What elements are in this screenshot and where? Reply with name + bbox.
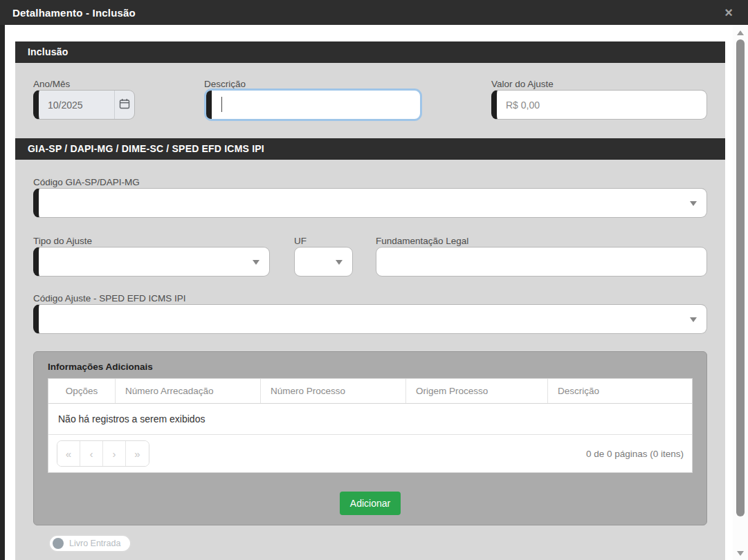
livro-entrada-label: Livro Entrada (69, 539, 120, 548)
modal-content: Inclusão Ano/Mês (15, 41, 725, 560)
scroll-up-icon[interactable] (737, 30, 744, 35)
prev-page-icon: ‹ (90, 448, 93, 460)
section-header-inclusao: Inclusão (15, 41, 725, 63)
codigo-gia-select[interactable] (33, 188, 707, 218)
column-header-numero-arrecadacao: Número Arrecadação (116, 379, 261, 403)
modal-header: Detalhamento - Inclusão × (0, 0, 748, 25)
ano-mes-input[interactable] (39, 91, 114, 119)
section-header-gia: GIA-SP / DAPI-MG / DIME-SC / SPED EFD IC… (15, 138, 725, 160)
field-group-codigo-sped: Código Ajuste - SPED EFD ICMS IPI (33, 293, 707, 334)
descricao-input[interactable] (212, 91, 420, 119)
calendar-icon (119, 98, 130, 111)
panel-title: Informações Adicionais (48, 362, 693, 372)
close-button[interactable]: × (719, 3, 738, 22)
field-group-tipo-ajuste: Tipo do Ajuste (33, 236, 270, 277)
scroll-down-icon[interactable] (737, 551, 744, 556)
pager-summary: 0 de 0 páginas (0 itens) (586, 449, 684, 459)
column-header-opcoes: Opções (48, 379, 116, 403)
fundamentacao-field (376, 247, 707, 277)
field-group-valor-ajuste: Valor do Ajuste (491, 79, 707, 120)
descricao-field (204, 88, 422, 121)
uf-select[interactable] (294, 247, 353, 277)
codigo-gia-label: Código GIA-SP/DAPI-MG (33, 177, 707, 188)
next-page-button[interactable]: › (103, 441, 126, 466)
chevron-down-icon (690, 201, 697, 206)
last-page-icon: » (134, 448, 140, 460)
chevron-down-icon (690, 317, 697, 322)
first-page-button[interactable]: « (57, 441, 80, 466)
tipo-ajuste-select[interactable] (33, 247, 270, 277)
modal-body: Inclusão Ano/Mês (5, 25, 748, 560)
grid-pagination-bar: « ‹ › » 0 de 0 páginas (0 itens) (48, 435, 692, 473)
livro-entrada-toggle[interactable]: Livro Entrada (48, 534, 131, 552)
valor-ajuste-label: Valor do Ajuste (491, 79, 707, 90)
last-page-button[interactable]: » (126, 441, 149, 466)
column-header-numero-processo: Número Processo (261, 379, 406, 403)
field-row-1: Ano/Mês (15, 79, 725, 120)
fundamentacao-label: Fundamentação Legal (376, 236, 707, 247)
close-icon: × (724, 5, 733, 20)
codigo-sped-select[interactable] (33, 304, 707, 334)
ano-mes-label: Ano/Mês (33, 79, 135, 90)
toggle-knob-icon (53, 538, 64, 549)
field-row-2: Tipo do Ajuste UF Fundamentação Legal (15, 236, 725, 277)
grid-header-row: Opções Número Arrecadação Número Process… (48, 379, 692, 404)
datepicker-button[interactable] (114, 91, 134, 119)
column-header-descricao: Descrição (548, 379, 692, 403)
field-group-uf: UF (294, 236, 353, 277)
additional-info-grid: Opções Número Arrecadação Número Process… (48, 378, 693, 473)
section-title: GIA-SP / DAPI-MG / DIME-SC / SPED EFD IC… (28, 143, 264, 154)
fundamentacao-input[interactable] (376, 248, 706, 276)
grid-empty-message: Não há registros a serem exibidos (48, 404, 692, 435)
column-header-origem-processo: Origem Processo (406, 379, 548, 403)
adicionar-button[interactable]: Adicionar (340, 492, 401, 515)
pager-button-group: « ‹ › » (57, 440, 149, 467)
vertical-scrollbar (733, 25, 748, 560)
add-button-row: Adicionar (48, 492, 693, 515)
codigo-sped-label: Código Ajuste - SPED EFD ICMS IPI (33, 293, 707, 304)
next-page-icon: › (113, 448, 116, 460)
modal-title: Detalhamento - Inclusão (12, 7, 136, 19)
valor-ajuste-input[interactable] (497, 91, 706, 119)
field-group-codigo-gia: Código GIA-SP/DAPI-MG (33, 177, 707, 218)
section-title: Inclusão (28, 46, 68, 57)
valor-ajuste-field (491, 90, 707, 120)
chevron-down-icon (253, 260, 259, 265)
informacoes-adicionais-panel: Informações Adicionais Opções Número Arr… (33, 351, 707, 525)
descricao-field-inner (206, 91, 420, 119)
tipo-ajuste-label: Tipo do Ajuste (33, 236, 270, 247)
uf-label: UF (294, 236, 353, 247)
scrollbar-thumb[interactable] (736, 39, 745, 516)
ano-mes-field[interactable] (33, 90, 135, 120)
prev-page-button[interactable]: ‹ (80, 441, 103, 466)
field-group-descricao: Descrição (204, 79, 422, 121)
first-page-icon: « (66, 448, 71, 460)
chevron-down-icon (336, 260, 343, 265)
field-group-fundamentacao: Fundamentação Legal (376, 236, 707, 277)
field-group-ano-mes: Ano/Mês (33, 79, 135, 120)
